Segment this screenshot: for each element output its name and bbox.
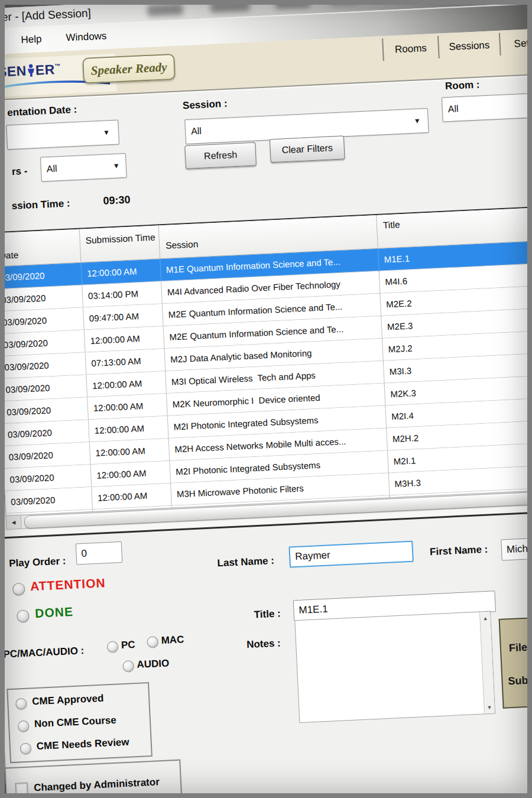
chevron-down-icon[interactable]: ▼ [113, 161, 121, 170]
attention-label[interactable]: ATTENTION [30, 576, 106, 593]
scroll-up-arrow-icon[interactable]: ▲ [480, 613, 491, 624]
speaker-ready-button[interactable]: Speaker Ready [82, 54, 176, 84]
menu-help[interactable]: Help [21, 33, 42, 46]
room-combobox[interactable]: All [442, 89, 532, 122]
screenshot-frame: ter - [Add Session] Help Windows SENER™ … [0, 0, 532, 798]
blurred-text [147, 4, 183, 17]
notes-label: Notes : [246, 637, 281, 651]
column-header-submission-time[interactable]: Submission Time [80, 225, 160, 262]
attention-radio[interactable] [12, 583, 25, 596]
session-filter-label: Session : [183, 98, 228, 112]
audio-radio[interactable] [122, 660, 134, 672]
submitted-label: Subm [508, 674, 532, 687]
menu-windows[interactable]: Windows [66, 30, 107, 44]
blurred-text [210, 0, 250, 13]
sessions-table: Date Submission Time Session Title 03/09… [0, 203, 532, 516]
audio-label[interactable]: AUDIO [137, 657, 170, 671]
title-field-label: Title : [254, 608, 281, 621]
tab-sessions[interactable]: Sessions [439, 33, 499, 60]
tab-settings[interactable]: Settings [501, 30, 532, 57]
chevron-down-icon[interactable]: ▼ [103, 128, 111, 137]
first-name-input[interactable]: Micha [501, 534, 532, 561]
notes-textarea[interactable]: ▲ ▼ [294, 611, 495, 723]
column-header-title[interactable]: Title [377, 205, 532, 248]
mac-radio[interactable] [147, 636, 158, 648]
person-icon [27, 64, 35, 81]
clear-filters-button[interactable]: Clear Filters [270, 135, 345, 163]
vertical-scrollbar[interactable]: ▲ ▼ [479, 612, 495, 714]
av-type-label: PC/MAC/AUDIO : [3, 645, 85, 660]
speakers-combobox[interactable]: All ▼ [40, 153, 127, 182]
files-label: Files [508, 641, 532, 654]
first-name-label: First Name : [430, 544, 488, 559]
presentation-date-combobox[interactable]: ▼ [6, 119, 119, 150]
blurred-text [330, 0, 359, 6]
refresh-button[interactable]: Refresh [184, 142, 257, 169]
table-body: 03/09/2020 12:00:00 AM M1E Quantum Infor… [0, 238, 532, 515]
pc-label[interactable]: PC [121, 639, 136, 651]
scroll-down-arrow-icon[interactable]: ▼ [484, 702, 495, 712]
blurred-text [275, 0, 310, 9]
files-submitted-panel: Files Subm [499, 613, 532, 709]
play-order-input[interactable]: 0 [76, 541, 123, 565]
scroll-left-arrow-icon[interactable]: ◄ [6, 515, 21, 529]
play-order-label: Play Order : [9, 555, 66, 570]
window-title: ter - [Add Session] [0, 7, 91, 24]
presentation-date-label: entation Date : [7, 104, 77, 119]
chevron-down-icon[interactable]: ▼ [414, 116, 421, 125]
column-header-date[interactable]: Date [0, 229, 81, 267]
tab-rooms[interactable]: Rooms [384, 36, 438, 62]
last-name-label: Last Name : [217, 555, 274, 570]
session-time-value: 09:30 [103, 194, 131, 207]
done-radio[interactable] [17, 609, 30, 622]
speakers-label: rs - [12, 166, 28, 178]
done-label[interactable]: DONE [35, 605, 74, 621]
session-time-label: ssion Time : [11, 197, 70, 212]
changed-by-admin-checkbox[interactable] [15, 783, 28, 796]
room-filter-label: Room : [445, 79, 480, 92]
pc-radio[interactable] [107, 641, 119, 653]
last-name-input[interactable]: Raymer [288, 541, 413, 568]
app-window: ter - [Add Session] Help Windows SENER™ … [0, 0, 532, 798]
mac-label[interactable]: MAC [161, 634, 184, 647]
